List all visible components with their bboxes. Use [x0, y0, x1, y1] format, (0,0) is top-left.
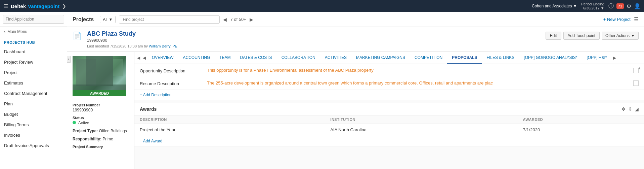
tab-scroll-right-icon[interactable]: ▶ — [612, 56, 617, 60]
resume-description-checkbox[interactable] — [633, 80, 639, 86]
project-number: 199900900 — [87, 38, 540, 43]
prev-project-icon[interactable]: ◀ — [223, 17, 227, 22]
status-label: Status — [73, 116, 129, 120]
tab-opp-hi[interactable]: [OPP] H&I* — [582, 52, 611, 64]
awards-row-1-description[interactable]: Project of the Year — [134, 124, 325, 136]
project-detail-wrapper: 📄 ABC Plaza Study 199900900 Last modifie… — [67, 27, 644, 169]
project-image: AWARDED — [73, 56, 126, 96]
nav-chevron-icon: ❯ — [62, 3, 66, 9]
responsibility-value: Prime — [102, 137, 113, 141]
opportunity-description-label: Opportunity Description — [140, 68, 207, 73]
tab-competition[interactable]: COMPETITION — [410, 52, 447, 64]
tab-marketing-campaigns[interactable]: MARKETING CAMPAIGNS — [351, 52, 410, 64]
help-icon[interactable]: ⓘ — [608, 3, 614, 10]
project-photo — [73, 56, 126, 93]
sidebar-item-dashboard[interactable]: Dashboard — [0, 46, 67, 57]
resume-description-value[interactable]: The 255-acre development is organized ar… — [207, 80, 630, 86]
sidebar-search-container — [0, 12, 67, 27]
awards-section: Awards ✥ ⇩ ◢ DESCRIPTION — [134, 103, 644, 146]
nav-right: Cohen and Associates ▼ Period Ending 6/3… — [532, 2, 641, 10]
sidebar-item-contract-management[interactable]: Contract Management — [0, 88, 67, 99]
project-info-panel: Project Number 199900900 Status Active P… — [67, 99, 134, 154]
sidebar-item-plan[interactable]: Plan — [0, 99, 67, 109]
tab-activities[interactable]: ACTIVITIES — [320, 52, 351, 64]
opportunity-description-value[interactable]: This opportunity is for a Phase I Enviro… — [207, 68, 630, 73]
company-name-text[interactable]: Cohen and Associates ▼ — [532, 4, 577, 8]
awarded-badge: AWARDED — [73, 90, 126, 96]
new-project-button[interactable]: + New Project — [603, 17, 631, 22]
brand-logo: Deltek Vantagepoint — [11, 3, 59, 9]
awards-col-institution: INSTITUTION — [325, 115, 517, 124]
tab-opp-gonogo[interactable]: [OPP] GO/NOGO ANALYSIS* — [519, 52, 582, 64]
awards-row-1-awarded[interactable]: 7/1/2020 — [518, 124, 644, 136]
status-dot-icon — [73, 121, 76, 124]
awards-expand-icon[interactable]: ✥ — [621, 106, 626, 112]
next-project-icon[interactable]: ▶ — [250, 17, 253, 22]
tab-overview[interactable]: OVERVIEW — [147, 52, 178, 64]
tab-scroll-left-icon[interactable]: ◀ — [136, 56, 141, 60]
sidebar-item-draft-invoice-approvals[interactable]: Draft Invoice Approvals — [0, 140, 67, 151]
awards-title: Awards — [140, 106, 157, 112]
other-actions-button[interactable]: Other Actions ▼ — [602, 32, 639, 40]
sidebar-item-invoices[interactable]: Invoices — [0, 130, 67, 140]
awards-filter-icon[interactable]: ◢ — [635, 106, 639, 112]
edit-button[interactable]: Edit — [546, 32, 561, 40]
nav-left: ☰ Deltek Vantagepoint ❯ — [3, 3, 66, 9]
responsibility-info: Responsibility: Prime — [73, 137, 129, 141]
tab-proposals[interactable]: PROPOSALS — [447, 52, 482, 64]
tab-collaboration[interactable]: COLLABORATION — [277, 52, 320, 64]
sidebar-item-project[interactable]: Project — [0, 67, 67, 78]
back-arrow-icon: ‹ — [4, 29, 5, 34]
hamburger-menu-icon[interactable]: ☰ — [3, 3, 8, 9]
notification-badge[interactable]: 71 — [616, 3, 624, 9]
awards-table-header: DESCRIPTION INSTITUTION AWARDED — [134, 115, 644, 124]
add-award-row: + Add Award — [134, 136, 644, 146]
opportunity-description-checkbox[interactable] — [633, 68, 639, 73]
settings-icon[interactable]: ⚙ — [627, 3, 631, 9]
project-number-label: Project Number — [73, 103, 129, 107]
project-number-value: 199900900 — [73, 108, 129, 112]
tabs-bar: ◀ ◀ OVERVIEW ACCOUNTING TEAM DATES & COS… — [134, 52, 644, 64]
awards-download-icon[interactable]: ⇩ — [628, 106, 632, 112]
project-type-value: Office Buildings — [99, 129, 127, 133]
project-meta: ABC Plaza Study 199900900 Last modified … — [87, 30, 540, 48]
tab-dates-costs[interactable]: DATES & COSTS — [235, 52, 276, 64]
sidebar-item-estimates[interactable]: Estimates — [0, 78, 67, 88]
find-application-input[interactable] — [3, 15, 64, 24]
add-description-button[interactable]: + Add Description — [140, 93, 639, 97]
period-ending-info[interactable]: Period Ending 6/30/2017 ▼ — [581, 2, 604, 10]
tab-team[interactable]: TEAM — [215, 52, 235, 64]
awards-table: DESCRIPTION INSTITUTION AWARDED Project … — [134, 115, 644, 136]
status-value: Active — [73, 121, 129, 125]
project-icon: 📄 — [73, 32, 82, 40]
list-view-icon[interactable]: ☰ — [634, 16, 639, 23]
add-touchpoint-button[interactable]: Add Touchpoint — [563, 32, 600, 40]
find-project-input[interactable] — [119, 15, 220, 24]
sidebar-item-budget[interactable]: Budget — [0, 109, 67, 120]
sidebar-item-project-review[interactable]: Project Review — [0, 57, 67, 67]
sidebar-section-title: PROJECTS HUB — [0, 37, 67, 46]
action-buttons-bar: Edit Add Touchpoint Other Actions ▼ — [546, 32, 639, 40]
sidebar: ‹ Main Menu PROJECTS HUB Dashboard Proje… — [0, 12, 67, 169]
projects-filter-dropdown[interactable]: All ▼ — [100, 16, 116, 23]
tab-scroll-left2-icon[interactable]: ◀ — [141, 56, 147, 60]
brand-deltek-text: Deltek — [11, 3, 26, 9]
add-award-button[interactable]: + Add Award — [140, 139, 639, 143]
page-indicator: 7 of 50+ — [230, 17, 246, 22]
panel-scroll-left-icon[interactable]: ‹ — [67, 56, 71, 63]
resume-description-label: Resume Description — [140, 80, 207, 86]
sidebar-item-billing-terms[interactable]: Billing Terms — [0, 120, 67, 130]
top-navigation: ☰ Deltek Vantagepoint ❯ Cohen and Associ… — [0, 0, 644, 12]
descriptions-section: ▲ Opportunity Description This opportuni… — [134, 64, 644, 100]
awards-action-buttons: ✥ ⇩ ◢ — [621, 106, 639, 112]
tab-files-links[interactable]: FILES & LINKS — [482, 52, 519, 64]
awards-row-1-institution[interactable]: AIA North Carolina — [325, 124, 517, 136]
project-detail-body: ‹ AWARDED P — [67, 52, 644, 169]
project-modifier-link[interactable]: William Berry, PE — [149, 44, 177, 48]
project-title: ABC Plaza Study — [87, 30, 540, 37]
tab-accounting[interactable]: ACCOUNTING — [178, 52, 215, 64]
projects-title: Projects — [73, 16, 94, 23]
user-icon[interactable]: 👤 — [634, 3, 641, 9]
project-top-section: 📄 ABC Plaza Study 199900900 Last modifie… — [67, 27, 644, 52]
sidebar-back-button[interactable]: ‹ Main Menu — [0, 27, 67, 37]
